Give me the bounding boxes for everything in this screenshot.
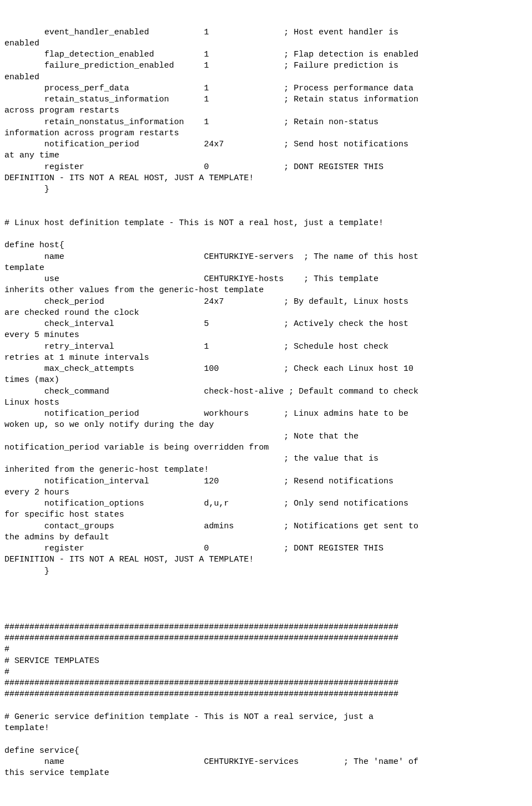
config-text: event_handler_enabled 1 ; Host event han… xyxy=(4,27,528,779)
